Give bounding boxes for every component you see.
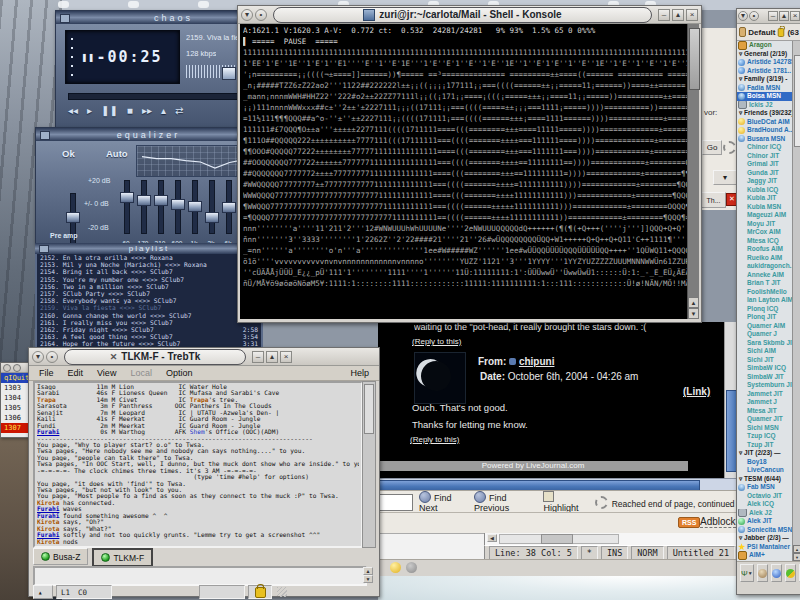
- session-tab[interactable]: Busa-Z: [33, 548, 88, 565]
- minimize-icon[interactable]: –: [252, 351, 264, 363]
- contact-row[interactable]: Quamer J: [737, 330, 800, 339]
- scrollbar-thumb[interactable]: [689, 28, 700, 90]
- contact-row[interactable]: Kubla JIT: [737, 194, 800, 203]
- time-display[interactable]: ❚❚ -00:25: [65, 30, 180, 84]
- desktop-icon[interactable]: [198, 1, 209, 8]
- contact-row[interactable]: aukidragonch..: [737, 262, 800, 271]
- contact-row[interactable]: Anneke AIM: [737, 271, 800, 280]
- contact-row[interactable]: Alek JIT: [737, 517, 800, 526]
- playlist-row[interactable]: 2153. Mil y una Noche (Mariachi) <<>> Ro…: [37, 261, 261, 268]
- minimize-icon[interactable]: –: [768, 11, 778, 21]
- contact-row[interactable]: Busara MSN: [737, 135, 800, 144]
- eq-band-thumb[interactable]: [154, 195, 168, 206]
- transport-button[interactable]: ▸: [87, 105, 92, 116]
- contact-row[interactable]: Alek ICQ: [737, 500, 800, 509]
- playlist-row[interactable]: 2162. Friday night <<>> SClub7 2:58: [37, 326, 261, 333]
- go-button[interactable]: Go: [702, 140, 722, 155]
- contact-row[interactable]: PSI Mantainer: [737, 543, 800, 552]
- eq-band-thumb[interactable]: [137, 195, 151, 206]
- window-sticky-icon[interactable]: •: [46, 351, 58, 363]
- contact-row[interactable]: SimbaW JIT: [737, 373, 800, 382]
- contact-row[interactable]: Mtesa ICQ: [737, 237, 800, 246]
- contact-row[interactable]: Quamer JIT: [737, 415, 800, 424]
- minimize-icon[interactable]: –: [658, 9, 670, 21]
- contact-row[interactable]: Soniecita MSN: [737, 526, 800, 535]
- session-tab[interactable]: TLKM-F: [92, 548, 153, 567]
- comment-permalink[interactable]: (Link): [683, 386, 710, 397]
- eq-band-slider[interactable]: 310: [154, 180, 166, 236]
- msn-protocol-icon[interactable]: [785, 564, 796, 582]
- contact-row[interactable]: ▿ TESM (6/44): [737, 475, 800, 484]
- eq-band-slider[interactable]: 600: [171, 180, 183, 236]
- highlight-button[interactable]: Highlight: [543, 491, 585, 513]
- transport-button[interactable]: ▸▸: [142, 105, 152, 116]
- maximize-icon[interactable]: ▴: [672, 9, 684, 21]
- playlist-row[interactable]: 2159. Viva la fiesta <<>> SClub7: [37, 304, 261, 311]
- contact-row[interactable]: AIM+: [737, 551, 800, 560]
- contact-row[interactable]: Aragon: [737, 41, 800, 50]
- eq-band-slider[interactable]: 3k: [205, 180, 217, 236]
- scroll-up-icon[interactable]: ▲: [793, 545, 800, 553]
- scroll-down-icon[interactable]: ▼: [363, 575, 373, 583]
- contact-row[interactable]: ▿ JIT (2/23) —: [737, 449, 800, 458]
- close-icon[interactable]: ×: [686, 9, 698, 21]
- contact-row[interactable]: Tzup ICQ: [737, 432, 800, 441]
- contact-row[interactable]: Fab MSN: [737, 483, 800, 492]
- contact-row[interactable]: Sichi MSN: [737, 424, 800, 433]
- contact-row[interactable]: Aristide 1781..: [737, 67, 800, 76]
- playlist-row[interactable]: 2156. Two in a million <<>> SClub7: [37, 283, 261, 290]
- contact-row[interactable]: ▿ General (2/19): [737, 50, 800, 59]
- volume-slider[interactable]: [186, 65, 244, 78]
- contact-row[interactable]: Moyu JIT: [737, 220, 800, 229]
- resize-grip[interactable]: [277, 587, 287, 597]
- gear-icon[interactable]: [406, 562, 417, 573]
- contact-row[interactable]: Grimal JIT: [737, 160, 800, 169]
- contact-row[interactable]: FoolishMello: [737, 288, 800, 297]
- playlist-menu-icon[interactable]: [39, 245, 49, 253]
- browser-tab[interactable]: Th...: [701, 192, 726, 208]
- desktop-icon[interactable]: [58, 1, 69, 8]
- contact-row[interactable]: Mtesa JIT: [737, 407, 800, 416]
- close-icon[interactable]: ×: [790, 11, 800, 21]
- kopete-icon[interactable]: [771, 564, 782, 582]
- xmms-menu-icon[interactable]: [60, 14, 70, 23]
- editor-hscroll-thumb[interactable]: [541, 534, 573, 544]
- contact-row[interactable]: Jammet JIT: [737, 390, 800, 399]
- playlist-row[interactable]: 2152. En la otra orilla <<>> Roxana: [37, 254, 261, 261]
- find-input[interactable]: [379, 494, 413, 511]
- playlist-titlebar[interactable]: playlist: [35, 243, 263, 254]
- contact-row[interactable]: BradHound A..: [737, 126, 800, 135]
- eq-band-slider[interactable]: 1k: [188, 180, 200, 236]
- preamp-slider[interactable]: [66, 193, 78, 249]
- username-link[interactable]: chipuni: [519, 356, 555, 367]
- menu-view[interactable]: View: [97, 368, 116, 378]
- contact-row[interactable]: ▿ Friends (39/232): [737, 109, 800, 118]
- contact-row[interactable]: Jammet J: [737, 398, 800, 407]
- eq-auto-button[interactable]: Auto: [106, 148, 128, 159]
- contact-row[interactable]: SimbaW ICQ: [737, 364, 800, 373]
- desktop-icon[interactable]: [128, 1, 139, 8]
- menu-file[interactable]: File: [39, 368, 54, 378]
- emoticon-icon[interactable]: [390, 562, 401, 573]
- address-dropdown[interactable]: ▾: [713, 170, 737, 185]
- expand-icon[interactable]: ▴: [33, 585, 53, 599]
- playlist-row[interactable]: 2154. Bring it all back <<>> SClub7: [37, 268, 261, 275]
- scroll-left-arrow-icon[interactable]: ◀: [487, 534, 497, 542]
- contact-row[interactable]: BlueDCat AIM: [737, 118, 800, 127]
- contact-row[interactable]: Sichi JIT: [737, 356, 800, 365]
- transport-button[interactable]: ▴: [161, 105, 166, 116]
- eq-band-thumb[interactable]: [188, 201, 202, 212]
- status-antenna-icon[interactable]: Ψ▼: [740, 564, 754, 582]
- equalizer-menu-icon[interactable]: [40, 131, 50, 140]
- contact-row[interactable]: Chinor JIT: [737, 152, 800, 161]
- window-menu-icon[interactable]: [3, 364, 11, 372]
- contact-row[interactable]: Tzup JIT: [737, 441, 800, 450]
- contact-row[interactable]: Sichi AIM: [737, 347, 800, 356]
- contact-row[interactable]: ▿ Family (3/19) -: [737, 75, 800, 84]
- eq-band-thumb[interactable]: [205, 212, 219, 223]
- show-offline-users-icon[interactable]: [757, 564, 768, 582]
- contact-row[interactable]: Octavio JIT: [737, 492, 800, 501]
- playlist-row[interactable]: 2158. Everybody wants ya <<>> SClub7: [37, 297, 261, 304]
- contact-row[interactable]: Sara Skbmb JIT: [737, 339, 800, 348]
- menu-edit[interactable]: Edit: [68, 368, 84, 378]
